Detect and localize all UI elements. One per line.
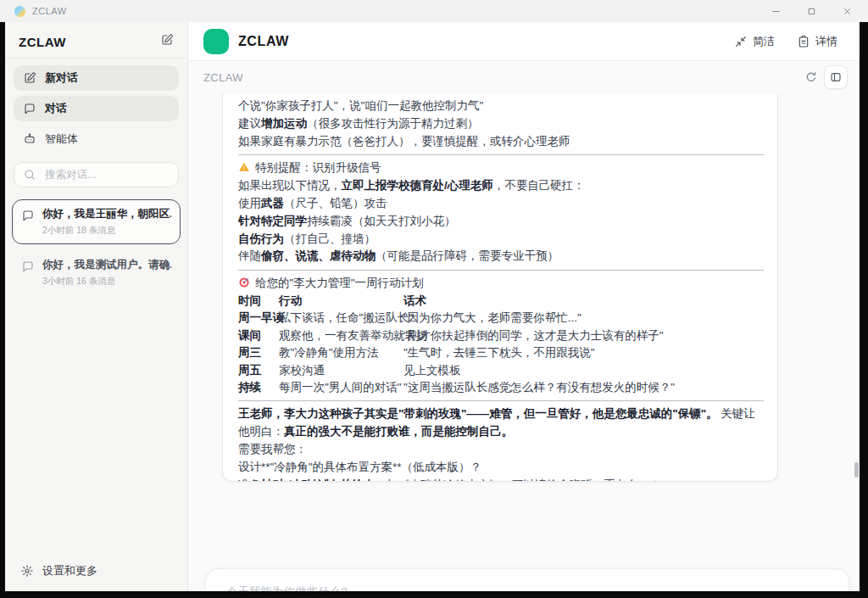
refresh-icon[interactable] [804, 70, 818, 84]
table-cell: 课间 [238, 327, 279, 344]
message-text: 如果出现以下情况， [238, 179, 342, 192]
table-cell: 私下谈话，任命"搬运队长" [279, 310, 403, 327]
conversation-item[interactable]: 你好，我是测试用户。请确...3小时前 16 条消息 [12, 250, 181, 295]
search-icon [23, 168, 36, 182]
chat-viewport[interactable]: 个说"你家孩子打人"，说"咱们一起教他控制力气"建议增加运动（很多攻击性行为源于… [188, 93, 860, 591]
message-text: （如《杰瑞的冷静太空》，可以读给全班听，不点名）？ [375, 478, 661, 482]
message-line: 需要我帮您： [238, 441, 764, 459]
settings-and-more[interactable]: 设置和更多 [5, 550, 187, 591]
warning-icon [238, 161, 250, 173]
sidebar-item-2[interactable]: 智能体 [14, 126, 179, 152]
assistant-message: 个说"你家孩子打人"，说"咱们一起教他控制力气"建议增加运动（很多攻击性行为源于… [238, 98, 764, 482]
table-cell: 持续 [238, 379, 279, 396]
settings-label: 设置和更多 [42, 563, 97, 578]
message-text: （打自己、撞墙） [284, 232, 376, 245]
robot-icon [23, 132, 36, 146]
target-icon [238, 277, 250, 288]
panel-toggle-button[interactable] [824, 65, 848, 89]
message-text: 自伤行为 [238, 232, 284, 245]
close-button[interactable] [832, 2, 861, 20]
sidebar-title: ZCLAW [19, 35, 66, 49]
compose-icon [23, 71, 36, 85]
message-input[interactable] [225, 583, 830, 591]
message-line: 如果家庭有暴力示范（爸爸打人），要谨慎提醒，或转介心理老师 [238, 133, 764, 151]
message-text: 针对"冲动控制"的绘本 [261, 478, 375, 482]
message-line: 如果出现以下情况，立即上报学校德育处/心理老师，不要自己硬扛： [238, 177, 764, 195]
table-cell: "因为你力气大，老师需要你帮忙..." [403, 310, 764, 327]
search-box[interactable] [14, 162, 179, 187]
table-cell: 周三 [238, 344, 279, 361]
sidebar-item-label: 智能体 [45, 131, 78, 147]
conversation-title: 你好，我是测试用户。请确... [42, 258, 171, 272]
conversation-title: 你好，我是王丽华，朝阳区... [42, 207, 171, 221]
chat-bubble-icon [23, 102, 36, 115]
message-line: 伴随偷窃、说谎、虐待动物（可能是品行障碍，需要专业干预） [238, 248, 764, 265]
sidebar-item-0[interactable]: 新对话 [14, 65, 179, 91]
table-cell: 周一早读 [238, 310, 279, 327]
brand-title: ZCLAW [238, 34, 289, 49]
table-header-cell: 时间 [238, 293, 279, 310]
header-actions: 简洁详情 [734, 34, 837, 49]
message-line: 准备针对"冲动控制"的绘本（如《杰瑞的冷静太空》，可以读给全班听，不点名）？ [238, 477, 764, 482]
message-text: 给您的"李大力管理"一周行动计划 [255, 277, 424, 289]
action-plan-table: 时间行动话术周一早读私下谈话，任命"搬运队长""因为你力气大，老师需要你帮忙..… [238, 293, 764, 396]
brand-logo-icon [203, 29, 229, 54]
search-input[interactable] [43, 168, 174, 182]
sidebar-item-1[interactable]: 对话 [14, 96, 179, 121]
table-cell: 教"冷静角"使用方法 [279, 344, 403, 361]
chat-bubble-icon [21, 260, 35, 277]
divider [238, 154, 764, 155]
conversation-label: ZCLAW [203, 71, 243, 84]
table-cell: "生气时，去锤三下枕头，不用跟我说" [403, 344, 764, 361]
divider [238, 400, 764, 401]
table-header-cell: 话术 [403, 293, 764, 310]
message-line: 自伤行为（打自己、撞墙） [238, 231, 764, 249]
sidebar-item-label: 对话 [45, 101, 67, 116]
scrollbar-thumb[interactable] [854, 462, 859, 478]
gear-icon [20, 564, 34, 578]
message-text: 持续霸凌（如天天打刘小花） [307, 215, 456, 227]
message-text: 增加运动 [261, 117, 307, 130]
conversation-subheader: ZCLAW [188, 61, 860, 93]
message-text: 针对特定同学 [238, 215, 307, 227]
message-text: 如果家庭有暴力示范（爸爸打人），要谨慎提醒，或转介心理老师 [238, 135, 570, 148]
table-cell: 每周一次"男人间的对话" [279, 379, 403, 396]
message-text: 需要我帮您： [238, 443, 307, 455]
divider [238, 270, 764, 271]
conversation-meta: 2小时前 18 条消息 [42, 225, 171, 237]
message-text: 特别提醒：识别升级信号 [255, 161, 381, 174]
message-text: 准备 [238, 478, 261, 482]
conversation-item[interactable]: 你好，我是王丽华，朝阳区...2小时前 18 条消息 [12, 199, 181, 244]
table-cell: "这周当搬运队长感觉怎么样？有没有想发火的时候？" [403, 379, 764, 396]
main-area: ZCLAW 简洁详情 ZCLAW 个说"你家孩子打人"，说"咱们一起教他控制力气… [188, 22, 860, 591]
app-window: ZCLAW 新对话对话智能体 你好，我是王丽华，朝阳区...2小时前 18 条消… [5, 22, 860, 591]
chat-bubble-icon [21, 209, 35, 226]
table-cell: 家校沟通 [279, 362, 403, 379]
table-cell: "刚才你扶起摔倒的同学，这才是大力士该有的样子" [403, 327, 764, 344]
header-action-label: 详情 [815, 34, 837, 49]
message-line: 特别提醒：识别升级信号 [238, 159, 764, 177]
maximize-button[interactable] [797, 2, 826, 20]
message-line: 建议增加运动（很多攻击性行为源于精力过剩） [238, 115, 764, 133]
composer: 思考 GLM-4.7 [205, 568, 849, 591]
message-text: 伴随 [238, 249, 261, 262]
header-action-1[interactable]: 详情 [797, 34, 837, 49]
message-line: 王老师，李大力这种孩子其实是"带刺的玫瑰"——难管，但一旦管好，他是您最忠诚的"… [238, 405, 764, 441]
message-text: 真正的强大不是能打败谁，而是能控制自己。 [284, 425, 513, 438]
sidebar: ZCLAW 新对话对话智能体 你好，我是王丽华，朝阳区...2小时前 18 条消… [5, 22, 188, 591]
table-cell: 周五 [238, 362, 279, 379]
minimize-button[interactable] [761, 2, 790, 20]
message-text: 立即上报学校德育处/心理老师 [342, 179, 493, 192]
window-title: ZCLAW [32, 6, 67, 16]
app-logo-icon [14, 6, 25, 17]
message-text: 建议 [238, 117, 261, 130]
header-action-0[interactable]: 简洁 [734, 34, 775, 49]
sidebar-nav: 新对话对话智能体 [5, 59, 187, 152]
conversation-meta: 3小时前 16 条消息 [42, 276, 171, 288]
window-controls [761, 2, 861, 20]
compose-icon[interactable] [160, 33, 174, 50]
message-line: 使用武器（尺子、铅笔）攻击 [238, 195, 764, 213]
table-cell: 观察他，一有友善举动就表扬 [279, 327, 403, 344]
clipboard-icon [797, 35, 810, 48]
message-line: 针对特定同学持续霸凌（如天天打刘小花） [238, 213, 764, 231]
